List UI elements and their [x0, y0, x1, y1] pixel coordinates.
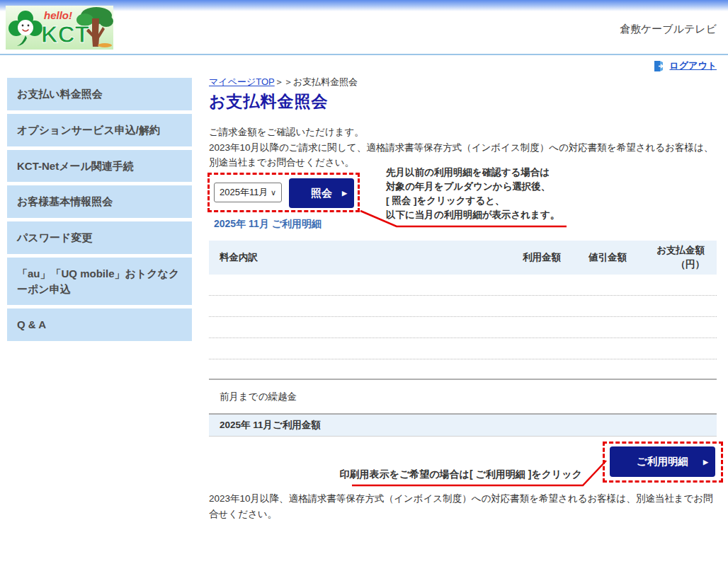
sidebar-item-au-uq-coupon[interactable]: 「au」「UQ mobile」おトクなクーポン申込 — [7, 258, 192, 306]
logo-hello-text: hello! — [44, 9, 72, 21]
inquiry-button[interactable]: 照会 ▶ — [289, 178, 354, 208]
table-row — [209, 317, 717, 338]
arrow-right-icon: ▶ — [342, 190, 347, 197]
print-callout-text: 印刷用表示をご希望の場合は[ ご利用明細 ]をクリック — [312, 468, 582, 481]
page: hello! KCT 倉敷ケーブルテレビ ログアウト お支払い料金照会 オプショ… — [0, 0, 728, 571]
sidebar-item-password-change[interactable]: パスワード変更 — [7, 221, 192, 254]
kct-logo[interactable]: hello! KCT — [6, 6, 113, 50]
logout-label: ログアウト — [669, 59, 717, 72]
sidebar-item-kctnet-mail[interactable]: KCT-Netメール関連手続 — [7, 150, 192, 183]
logo-brand-text: KCT — [41, 21, 89, 47]
company-name: 倉敷ケーブルテレビ — [620, 23, 717, 36]
usage-detail-heading: 2025年 11月 ご利用明細 — [214, 218, 322, 231]
callout1-line1: 先月以前の利用明細を確認する場合は — [386, 166, 584, 180]
table-row — [209, 275, 717, 296]
callout1-line2: 対象の年月をプルダウンから選択後、 — [386, 180, 584, 194]
carryover-label: 前月までの繰越金 — [220, 391, 297, 403]
column-header-usage: 利用金額 — [470, 251, 561, 264]
table-row — [209, 296, 717, 317]
fee-table-body — [209, 275, 717, 380]
fee-table-header: 料金内訳 利用金額 値引金額 お支払金額 （円） — [209, 241, 717, 275]
page-title: お支払料金照会 — [209, 91, 329, 113]
column-header-payment-line2: （円） — [627, 258, 705, 272]
breadcrumb: マイページTOP＞＞お支払料金照会 — [209, 76, 358, 88]
breadcrumb-separator: ＞＞ — [275, 76, 293, 87]
inquiry-callout-text: 先月以前の利用明細を確認する場合は 対象の年月をプルダウンから選択後、 [ 照会… — [386, 166, 584, 222]
column-header-breakdown: 料金内訳 — [209, 251, 470, 264]
usage-amount-row: 2025年 11月ご利用金額 — [209, 415, 717, 437]
callout1-line4: 以下に当月の利用明細が表示されます。 — [386, 208, 584, 222]
sidebar: お支払い料金照会 オプションサービス申込/解約 KCT-Netメール関連手続 お… — [7, 78, 192, 345]
intro-text: ご請求金額をご確認いただけます。 2023年10月以降のご請求に関して、適格請求… — [209, 125, 717, 171]
sidebar-item-customer-info[interactable]: お客様基本情報照会 — [7, 185, 192, 218]
header-divider — [0, 54, 728, 55]
month-select-value: 2025年11月 — [220, 186, 268, 199]
inquiry-button-label: 照会 — [311, 187, 332, 200]
usage-amount-label: 2025年 11月ご利用金額 — [220, 419, 321, 432]
chevron-down-icon: ∨ — [271, 188, 276, 197]
column-header-discount: 値引金額 — [561, 251, 627, 264]
column-header-payment: お支払金額 （円） — [627, 243, 717, 272]
table-row — [209, 338, 717, 359]
intro-line-1: ご請求金額をご確認いただけます。 — [209, 125, 717, 140]
callout1-line3: [ 照会 ]をクリックすると、 — [386, 194, 584, 208]
kct-logo-image: hello! KCT — [6, 6, 113, 50]
footer-note: 2023年10月以降、適格請求書等保存方式（インボイス制度）への対応書類を希望さ… — [209, 491, 719, 521]
usage-detail-button-label: ご利用明細 — [637, 455, 688, 468]
arrow-right-icon: ▶ — [703, 458, 708, 466]
sidebar-item-qa[interactable]: Q & A — [7, 308, 192, 341]
table-row — [209, 359, 717, 380]
sidebar-item-payment-inquiry[interactable]: お支払い料金照会 — [7, 78, 192, 110]
sidebar-item-option-service[interactable]: オプションサービス申込/解約 — [7, 114, 192, 146]
logout-link[interactable]: ログアウト — [653, 59, 717, 72]
carryover-row: 前月までの繰越金 — [209, 380, 717, 415]
breadcrumb-current: お支払料金照会 — [293, 76, 358, 87]
column-header-payment-line1: お支払金額 — [627, 243, 705, 258]
breadcrumb-mypage-link[interactable]: マイページTOP — [209, 76, 275, 87]
usage-detail-button[interactable]: ご利用明細 ▶ — [610, 446, 715, 477]
logout-icon — [653, 60, 665, 72]
month-select[interactable]: 2025年11月 ∨ — [214, 183, 282, 202]
